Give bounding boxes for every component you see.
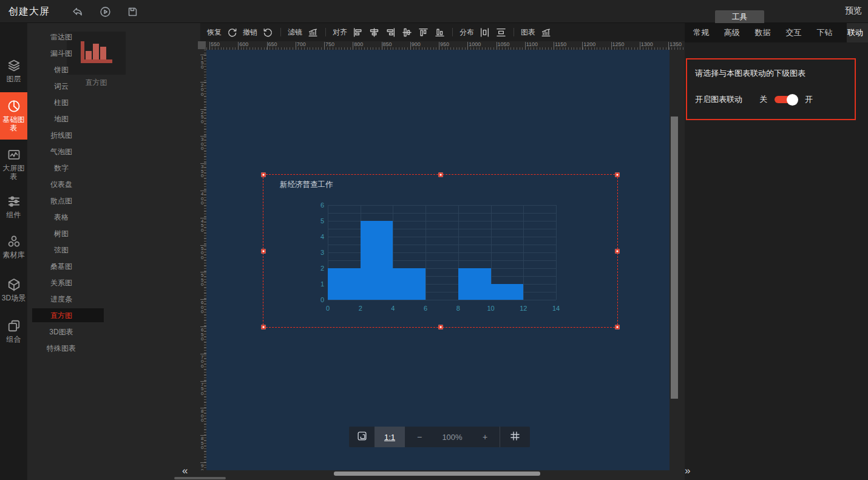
distribute-v-icon[interactable] xyxy=(496,27,506,38)
chart-type-散点图[interactable]: 散点图 xyxy=(27,194,95,211)
bottom-strip xyxy=(200,470,685,480)
tools-tab[interactable]: 工具 xyxy=(715,10,764,23)
histogram-bar[interactable] xyxy=(491,284,524,300)
save-icon[interactable] xyxy=(127,6,138,18)
histogram-bar[interactable] xyxy=(393,268,426,300)
chart-type-气泡图[interactable]: 气泡图 xyxy=(27,145,95,161)
chart-type-柱图[interactable]: 柱图 xyxy=(27,96,95,112)
zoom-in-button[interactable]: + xyxy=(470,427,500,447)
selection-handle[interactable] xyxy=(438,325,442,330)
chart-type-label: 3D图表 xyxy=(49,328,73,336)
panel-scrollbar[interactable] xyxy=(174,477,226,479)
tab-下钻[interactable]: 下钻 xyxy=(816,27,832,38)
ruler-label: 950 xyxy=(440,41,449,47)
chart-type-label: 地图 xyxy=(54,115,69,123)
y-axis-tick-label: 3 xyxy=(314,249,324,256)
histogram-plot[interactable]: 012345602468101214 xyxy=(328,205,556,300)
toolbar-label-撤销: 撤销 xyxy=(243,27,257,38)
selection-handle[interactable] xyxy=(615,249,620,253)
selection-handle[interactable] xyxy=(262,173,266,177)
undo-icon[interactable] xyxy=(263,27,273,38)
ruler-label: 400 xyxy=(201,192,206,206)
vertical-scrollbar[interactable] xyxy=(671,117,678,399)
chart-type-数字[interactable]: 数字 xyxy=(27,161,95,178)
sidebar-item-cube[interactable]: 3D场景 xyxy=(0,272,27,308)
sidebar-item-pie-chart[interactable]: 基础图表 xyxy=(0,92,27,140)
tab-联动[interactable]: 联动 xyxy=(847,27,863,38)
redo-icon[interactable] xyxy=(227,27,237,38)
ruler-label: 850 xyxy=(201,436,206,450)
gridline-vertical xyxy=(556,205,557,300)
align-bottom-icon[interactable] xyxy=(435,27,445,38)
collapse-panel-button[interactable]: « xyxy=(182,465,188,477)
histogram-bar[interactable] xyxy=(361,221,393,300)
chart-type-折线图[interactable]: 折线图 xyxy=(27,129,95,145)
sidebar-item-screen-chart[interactable]: 大屏图表 xyxy=(0,146,27,183)
chart-type-label: 散点图 xyxy=(50,197,72,205)
sidebar-item-group[interactable]: 组合 xyxy=(0,315,27,348)
align-left-icon[interactable] xyxy=(353,27,363,38)
align-right-icon[interactable] xyxy=(385,27,396,38)
ruler-label: 250 xyxy=(201,110,206,124)
chart-icon[interactable] xyxy=(541,27,551,38)
selection-handle[interactable] xyxy=(262,325,266,330)
sidebar-item-sliders[interactable]: 组件 xyxy=(0,191,27,223)
ruler-tick xyxy=(668,42,669,50)
vertical-ruler: 1502002503003504004505005506006507007508… xyxy=(200,50,206,470)
align-center-h-icon[interactable] xyxy=(369,27,379,38)
chart-type-label: 仪表盘 xyxy=(50,180,72,189)
chart-type-表格[interactable]: 表格 xyxy=(27,211,95,227)
sidebar-item-layers[interactable]: 图层 xyxy=(0,56,27,86)
ruler-label: 1300 xyxy=(641,41,653,47)
chart-icon[interactable] xyxy=(308,27,318,38)
selection-handle[interactable] xyxy=(438,173,442,177)
selection-handle[interactable] xyxy=(615,325,620,330)
sidebar-item-circles[interactable]: 素材库 xyxy=(0,228,27,266)
distribute-h-icon[interactable] xyxy=(480,27,490,38)
preview-button[interactable]: 预览 xyxy=(845,5,862,16)
expand-panel-button[interactable]: » xyxy=(685,465,690,477)
histogram-bar[interactable] xyxy=(328,268,361,300)
tab-高级[interactable]: 高级 xyxy=(724,27,740,38)
selection-handle[interactable] xyxy=(262,249,266,253)
chart-type-桑基图[interactable]: 桑基图 xyxy=(27,260,95,276)
chart-type-特殊图表[interactable]: 特殊图表 xyxy=(27,342,95,358)
chart-type-树图[interactable]: 树图 xyxy=(27,227,95,243)
design-canvas[interactable]: 新经济普查工作 012345602468101214 1:1 − 100% + xyxy=(206,50,670,470)
chart-type-仪表盘[interactable]: 仪表盘 xyxy=(27,178,95,194)
horizontal-scrollbar[interactable] xyxy=(334,472,540,476)
ruler-label: 500 xyxy=(201,246,206,260)
chart-type-地图[interactable]: 地图 xyxy=(27,112,95,129)
back-arrow-icon[interactable] xyxy=(72,6,83,18)
ruler-tick xyxy=(324,42,325,50)
ruler-label: 1350 xyxy=(670,41,682,47)
app-root: 创建大屏 工具 预览 图层基础图表大屏图表组件素材库3D场景组合 雷达图漏斗图饼… xyxy=(0,0,868,480)
tab-常规[interactable]: 常规 xyxy=(693,27,709,38)
tab-交互[interactable]: 交互 xyxy=(785,27,801,38)
histogram-bar[interactable] xyxy=(458,268,491,300)
chart-type-进度条[interactable]: 进度条 xyxy=(27,292,95,309)
ruler-label: 850 xyxy=(383,41,392,47)
y-axis-tick-label: 4 xyxy=(314,233,324,240)
align-middle-icon[interactable] xyxy=(402,27,412,38)
chart-type-关系图[interactable]: 关系图 xyxy=(27,276,95,292)
chart-preview-card[interactable] xyxy=(67,32,126,75)
play-icon[interactable] xyxy=(100,6,111,18)
fit-screen-button[interactable] xyxy=(349,427,375,447)
ratio-1-1-button[interactable]: 1:1 xyxy=(375,427,405,447)
chart-type-直方图[interactable]: 直方图 xyxy=(27,309,95,325)
chart-type-弦图[interactable]: 弦图 xyxy=(27,243,95,260)
linkage-toggle-switch[interactable] xyxy=(775,96,796,103)
ruler-label: 300 xyxy=(201,137,206,151)
tab-数据[interactable]: 数据 xyxy=(755,27,771,38)
properties-tabs: 常规高级数据交互下钻联动 xyxy=(685,23,868,42)
y-axis-tick-label: 2 xyxy=(314,265,324,272)
ruler-tick xyxy=(611,42,612,50)
selection-handle[interactable] xyxy=(615,173,620,177)
chart-type-label: 气泡图 xyxy=(50,147,72,156)
grid-toggle-button[interactable] xyxy=(500,427,529,447)
chart-type-3D图表[interactable]: 3D图表 xyxy=(27,325,95,342)
chart-type-label: 进度条 xyxy=(50,295,72,303)
zoom-out-button[interactable]: − xyxy=(405,427,434,447)
align-top-icon[interactable] xyxy=(418,27,429,38)
